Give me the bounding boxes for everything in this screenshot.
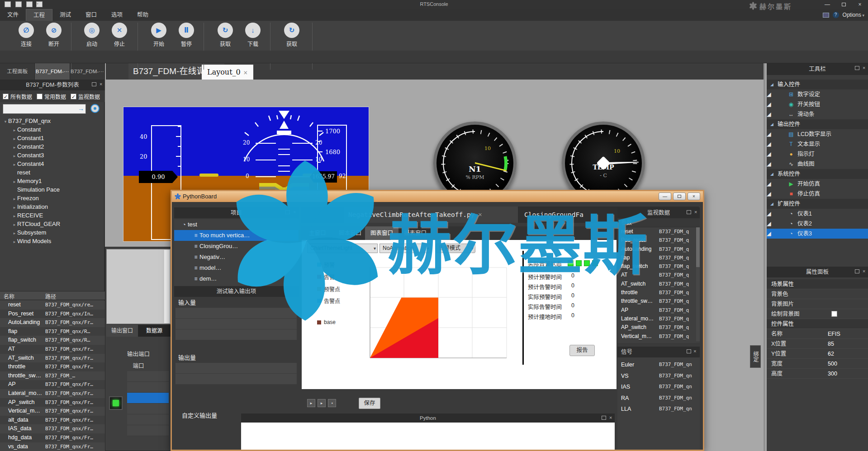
- tree-expander-icon[interactable]: ▾: [3, 117, 8, 126]
- filter-checkbox[interactable]: 监视数据: [71, 93, 100, 100]
- checkbox-box[interactable]: [71, 94, 76, 99]
- filter-checkbox[interactable]: 常用数据: [37, 93, 66, 100]
- menu-item[interactable]: 工程: [26, 9, 52, 21]
- toolbox-item[interactable]: ◢ ◉ 开关按钮: [767, 99, 868, 109]
- toolbox-item[interactable]: ◢ 扩展控件: [767, 199, 868, 209]
- toolbar-button[interactable]: ▶ 开始: [145, 23, 172, 47]
- port-row[interactable]: [127, 393, 169, 404]
- table-row[interactable]: hdg_dataB737_FDM_qnx/Fr…: [0, 433, 105, 442]
- table-row[interactable]: Vertical_m…B737_FDM_qnx/Fr…: [0, 407, 105, 416]
- alarm-mode-combobox[interactable]: 告警模式: [436, 244, 475, 253]
- toolbox-item[interactable]: ◢ ⊞ 数字设定: [767, 89, 868, 99]
- project-tree-item[interactable]: ≡model…: [174, 263, 299, 273]
- section-expander-icon[interactable]: ◢: [767, 230, 771, 237]
- close-panel-icon[interactable]: [862, 269, 866, 274]
- legend-item[interactable]: 告警点: [317, 297, 340, 305]
- window-maximize-button[interactable]: [836, 0, 851, 9]
- float-panel-icon[interactable]: [285, 210, 290, 214]
- watch-row[interactable]: AT_switchB737_FDM_q: [617, 280, 696, 288]
- toolbox-item[interactable]: ◢ ▤ LCD数字显示: [767, 129, 868, 139]
- property-row[interactable]: 控件属性: [767, 319, 868, 329]
- section-expander-icon[interactable]: ◢: [767, 151, 771, 157]
- close-panel-icon[interactable]: [608, 416, 613, 420]
- property-row[interactable]: 宽度 500: [767, 359, 868, 369]
- tree-item[interactable]: ▸Constant4: [0, 160, 105, 168]
- input-item[interactable]: [175, 308, 297, 319]
- section-expander-icon[interactable]: ◢: [770, 199, 773, 209]
- filter-checkbox[interactable]: 所有数据: [3, 93, 32, 100]
- tree-item[interactable]: ▸Initialization: [0, 202, 105, 211]
- property-row[interactable]: 场景属性: [767, 279, 868, 289]
- table-row[interactable]: resetB737_FDM_qnx/re…: [0, 301, 105, 310]
- output-item[interactable]: [175, 363, 297, 374]
- tree-item[interactable]: ▸Constant2: [0, 142, 105, 151]
- sub-tab[interactable]: 报表窗口: [398, 226, 432, 240]
- tree-item[interactable]: ▸Constant: [0, 125, 105, 134]
- pythonboard-titlebar[interactable]: PythonBoard — ×: [172, 191, 703, 202]
- file-tab[interactable]: NegativeClimbRateAfterTakeoff.py×: [344, 207, 518, 223]
- toolbox-item[interactable]: ◢ ◔ 仪表1: [767, 209, 868, 219]
- toolbox-item[interactable]: ◢ ◔ 仪表2: [767, 219, 868, 229]
- signal-row[interactable]: VSB737_FDM_qn: [617, 371, 700, 382]
- section-expander-icon[interactable]: ◢: [767, 181, 771, 187]
- run-icon[interactable]: ▸: [307, 399, 315, 407]
- green-led-button[interactable]: [109, 396, 123, 410]
- legend-item[interactable]: 预警点: [317, 285, 340, 293]
- tree-item[interactable]: ▸Subsystem: [0, 228, 105, 237]
- project-tree-item[interactable]: ≡Too much vertica…: [174, 230, 299, 241]
- tree-item[interactable]: ▸Memory1: [0, 177, 105, 185]
- watch-row[interactable]: Lateral_mo…B737_FDM_q: [617, 315, 696, 323]
- table-row[interactable]: APB737_FDM_qnx/Fr…: [0, 380, 105, 389]
- splitter[interactable]: [764, 63, 765, 451]
- table-row[interactable]: ATB737_FDM_qnx/Fr…: [0, 345, 105, 354]
- float-panel-icon[interactable]: [855, 66, 859, 70]
- port-row[interactable]: [127, 414, 169, 425]
- menu-item[interactable]: 测试: [52, 9, 78, 21]
- section-expander-icon[interactable]: ◢: [767, 221, 771, 227]
- tree-expander-icon[interactable]: ▸: [12, 238, 17, 246]
- table-row[interactable]: AutoLandingB737_FDM_qnx/Fr…: [0, 318, 105, 327]
- signal-row[interactable]: EulerB737_FDM_qn: [617, 359, 700, 371]
- section-expander-icon[interactable]: ◢: [767, 131, 771, 137]
- chart-theme-combobox[interactable]: ChartThemeLight: [307, 244, 378, 253]
- float-panel-icon[interactable]: [602, 416, 606, 420]
- property-row[interactable]: 绘制背景图: [767, 309, 868, 319]
- port-row[interactable]: [127, 404, 169, 414]
- menu-item[interactable]: 选项: [104, 9, 130, 21]
- port-row[interactable]: [127, 382, 169, 393]
- chart-animation-combobox[interactable]: NoAnimation: [379, 244, 431, 253]
- float-panel-icon[interactable]: [687, 349, 691, 353]
- section-expander-icon[interactable]: ◢: [770, 80, 773, 89]
- datasource-tab[interactable]: 数据源: [138, 325, 171, 337]
- help-icon[interactable]: ?: [833, 12, 839, 18]
- tree-item[interactable]: ▾B737_FDM_qnx: [0, 117, 105, 125]
- toolbox-item[interactable]: ◢ ↔ 滑动条: [767, 109, 868, 119]
- table-row[interactable]: vs_dataB737_FDM_qnx/Fr…: [0, 442, 105, 451]
- table-row[interactable]: alt_dataB737_FDM_qnx/Fr…: [0, 416, 105, 425]
- python-console-output[interactable]: [241, 423, 615, 450]
- watch-row[interactable]: AutoLandingB737_FDM_q: [617, 245, 696, 254]
- watch-row[interactable]: Pos_resetB737_FDM_q: [617, 236, 696, 244]
- left-dock-tab[interactable]: B737_FDM-···: [70, 63, 105, 80]
- project-tree-item[interactable]: ≡dem…: [174, 273, 299, 284]
- table-row[interactable]: throttleB737_FDM_qnx/Fr…: [0, 362, 105, 371]
- watch-row[interactable]: ATB737_FDM_q: [617, 271, 696, 279]
- section-expander-icon[interactable]: ◢: [767, 141, 771, 147]
- table-row[interactable]: IAS_dataB737_FDM_qnx/Fr…: [0, 424, 105, 433]
- watch-row[interactable]: flap_switchB737_FDM_q: [617, 262, 696, 271]
- input-item[interactable]: [175, 319, 297, 329]
- property-row[interactable]: 背景色: [767, 289, 868, 299]
- float-panel-icon[interactable]: [687, 210, 691, 214]
- tree-item[interactable]: ▸RECEIVE: [0, 211, 105, 220]
- window-minimize-button[interactable]: —: [659, 193, 671, 200]
- checkbox-box[interactable]: [3, 94, 9, 99]
- tree-item[interactable]: ▸Wind Models: [0, 237, 105, 245]
- table-row[interactable]: Lateral_mo…B737_FDM_qnx/Fr…: [0, 389, 105, 398]
- section-expander-icon[interactable]: ◢: [767, 91, 771, 98]
- float-panel-icon[interactable]: [92, 82, 96, 86]
- tree-item[interactable]: ▸Constant1: [0, 134, 105, 142]
- section-expander-icon[interactable]: ◢: [767, 161, 771, 167]
- section-expander-icon[interactable]: ◢: [767, 211, 771, 217]
- signal-row[interactable]: RAB737_FDM_qn: [617, 393, 700, 404]
- section-expander-icon[interactable]: ◢: [770, 169, 773, 179]
